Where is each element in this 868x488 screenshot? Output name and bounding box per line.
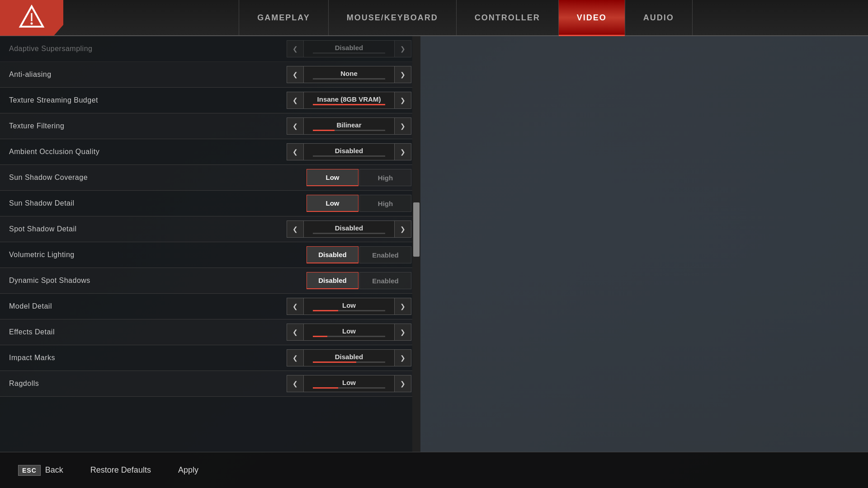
top-nav: GAMEPLAY MOUSE/KEYBOARD CONTROLLER VIDEO… <box>0 0 868 36</box>
arrow-left-spot-shadow-detail[interactable]: ❮ <box>287 221 304 238</box>
tab-controller[interactable]: CONTROLLER <box>457 0 559 35</box>
toggle-right-sun-shadow-coverage[interactable]: High <box>359 169 411 186</box>
value-text-effects-detail: Low <box>342 328 356 334</box>
arrow-right-ragdolls[interactable]: ❯ <box>394 375 411 392</box>
toggle-control-sun-shadow-coverage: LowHigh <box>307 169 411 186</box>
toggle-right-sun-shadow-detail[interactable]: High <box>359 195 411 212</box>
tab-gameplay[interactable]: GAMEPLAY <box>239 0 328 35</box>
arrow-control-ragdolls: ❮Low❯ <box>287 375 411 392</box>
setting-control-model-detail: ❮Low❯ <box>287 298 411 315</box>
value-box-texture-filtering: Bilinear <box>304 117 394 135</box>
setting-control-impact-marks: ❮Disabled❯ <box>287 349 411 366</box>
restore-label: Restore Defaults <box>90 465 151 475</box>
arrow-control-spot-shadow-detail: ❮Disabled❯ <box>287 221 411 238</box>
arrow-left-effects-detail[interactable]: ❮ <box>287 324 304 341</box>
arrow-right-effects-detail[interactable]: ❯ <box>394 324 411 341</box>
setting-row-sun-shadow-detail: Sun Shadow DetailLowHigh <box>0 191 420 216</box>
arrow-right-model-detail[interactable]: ❯ <box>394 298 411 315</box>
setting-label-anti-aliasing: Anti-aliasing <box>9 70 287 79</box>
value-bar-fill-texture-filtering <box>313 130 335 131</box>
restore-defaults-button[interactable]: Restore Defaults <box>90 465 151 475</box>
svg-point-2 <box>31 23 33 25</box>
arrow-left-anti-aliasing[interactable]: ❮ <box>287 66 304 83</box>
toggle-left-volumetric-lighting[interactable]: Disabled <box>307 246 359 263</box>
arrow-left-ambient-occlusion-quality[interactable]: ❮ <box>287 143 304 160</box>
back-button[interactable]: ESC Back <box>18 465 63 476</box>
toggle-right-dynamic-spot-shadows[interactable]: Enabled <box>359 272 411 289</box>
setting-control-texture-streaming-budget: ❮Insane (8GB VRAM)❯ <box>287 92 411 109</box>
arrow-right-texture-filtering[interactable]: ❯ <box>394 117 411 135</box>
apply-label: Apply <box>178 465 198 475</box>
esc-key: ESC <box>18 465 41 476</box>
toggle-left-dynamic-spot-shadows[interactable]: Disabled <box>307 272 359 289</box>
arrow-left-texture-filtering[interactable]: ❮ <box>287 117 304 135</box>
toggle-left-sun-shadow-detail[interactable]: Low <box>307 195 359 212</box>
arrow-right-impact-marks[interactable]: ❯ <box>394 349 411 366</box>
setting-label-texture-filtering: Texture Filtering <box>9 122 287 130</box>
arrow-control-texture-streaming-budget: ❮Insane (8GB VRAM)❯ <box>287 92 411 109</box>
value-bar-track-impact-marks <box>313 361 385 363</box>
setting-control-texture-filtering: ❮Bilinear❯ <box>287 117 411 135</box>
setting-label-adaptive-supersampling: Adaptive Supersampling <box>9 45 287 53</box>
arrow-left-texture-streaming-budget[interactable]: ❮ <box>287 92 304 109</box>
scrollbar-thumb[interactable] <box>413 202 420 257</box>
apply-button[interactable]: Apply <box>178 465 198 475</box>
back-label: Back <box>45 465 63 475</box>
toggle-control-volumetric-lighting: DisabledEnabled <box>307 246 411 263</box>
toggle-left-sun-shadow-coverage[interactable]: Low <box>307 169 359 186</box>
arrow-right-adaptive-supersampling[interactable]: ❯ <box>394 40 411 57</box>
value-box-effects-detail: Low <box>304 324 394 341</box>
value-text-spot-shadow-detail: Disabled <box>335 225 363 231</box>
value-text-ambient-occlusion-quality: Disabled <box>335 147 363 154</box>
value-text-impact-marks: Disabled <box>335 353 363 360</box>
value-box-adaptive-supersampling: Disabled <box>304 40 394 57</box>
value-bar-fill-impact-marks <box>313 361 356 363</box>
setting-row-ambient-occlusion-quality: Ambient Occlusion Quality❮Disabled❯ <box>0 139 420 165</box>
setting-label-sun-shadow-detail: Sun Shadow Detail <box>9 199 307 207</box>
value-bar-track-texture-filtering <box>313 130 385 131</box>
setting-label-volumetric-lighting: Volumetric Lighting <box>9 251 307 259</box>
toggle-right-volumetric-lighting[interactable]: Enabled <box>359 246 411 263</box>
arrow-left-impact-marks[interactable]: ❮ <box>287 349 304 366</box>
main-content: Adaptive Supersampling❮Disabled❯Anti-ali… <box>0 36 868 452</box>
setting-label-model-detail: Model Detail <box>9 302 287 310</box>
arrow-left-adaptive-supersampling[interactable]: ❮ <box>287 40 304 57</box>
value-bar-track-ragdolls <box>313 387 385 389</box>
tab-video[interactable]: VIDEO <box>559 0 625 35</box>
right-panel <box>420 36 868 452</box>
value-box-impact-marks: Disabled <box>304 349 394 366</box>
setting-row-spot-shadow-detail: Spot Shadow Detail❮Disabled❯ <box>0 216 420 242</box>
setting-row-anti-aliasing: Anti-aliasing❮None❯ <box>0 62 420 88</box>
setting-control-anti-aliasing: ❮None❯ <box>287 66 411 83</box>
scrollbar[interactable] <box>412 36 420 452</box>
setting-control-volumetric-lighting: DisabledEnabled <box>307 246 411 263</box>
value-bar-track-texture-streaming-budget <box>313 104 385 105</box>
value-box-texture-streaming-budget: Insane (8GB VRAM) <box>304 92 394 109</box>
value-text-anti-aliasing: None <box>340 70 358 77</box>
arrow-right-ambient-occlusion-quality[interactable]: ❯ <box>394 143 411 160</box>
value-bar-fill-model-detail <box>313 310 338 311</box>
value-text-texture-filtering: Bilinear <box>336 122 361 128</box>
tab-audio[interactable]: AUDIO <box>625 0 693 35</box>
arrow-right-texture-streaming-budget[interactable]: ❯ <box>394 92 411 109</box>
value-bar-track-model-detail <box>313 310 385 311</box>
arrow-right-spot-shadow-detail[interactable]: ❯ <box>394 221 411 238</box>
apex-logo <box>18 4 45 31</box>
setting-row-texture-filtering: Texture Filtering❮Bilinear❯ <box>0 113 420 139</box>
setting-control-effects-detail: ❮Low❯ <box>287 324 411 341</box>
setting-label-sun-shadow-coverage: Sun Shadow Coverage <box>9 174 307 182</box>
setting-row-ragdolls: Ragdolls❮Low❯ <box>0 371 420 397</box>
arrow-left-model-detail[interactable]: ❮ <box>287 298 304 315</box>
setting-row-sun-shadow-coverage: Sun Shadow CoverageLowHigh <box>0 165 420 191</box>
arrow-left-ragdolls[interactable]: ❮ <box>287 375 304 392</box>
value-bar-track-adaptive-supersampling <box>313 52 385 54</box>
value-box-anti-aliasing: None <box>304 66 394 83</box>
setting-row-adaptive-supersampling: Adaptive Supersampling❮Disabled❯ <box>0 36 420 62</box>
value-bar-fill-effects-detail <box>313 336 327 337</box>
arrow-right-anti-aliasing[interactable]: ❯ <box>394 66 411 83</box>
tab-mouse-keyboard[interactable]: MOUSE/KEYBOARD <box>329 0 457 35</box>
value-bar-track-ambient-occlusion-quality <box>313 155 385 157</box>
settings-panel: Adaptive Supersampling❮Disabled❯Anti-ali… <box>0 36 420 452</box>
nav-tabs: GAMEPLAY MOUSE/KEYBOARD CONTROLLER VIDEO… <box>63 0 868 35</box>
setting-control-spot-shadow-detail: ❮Disabled❯ <box>287 221 411 238</box>
